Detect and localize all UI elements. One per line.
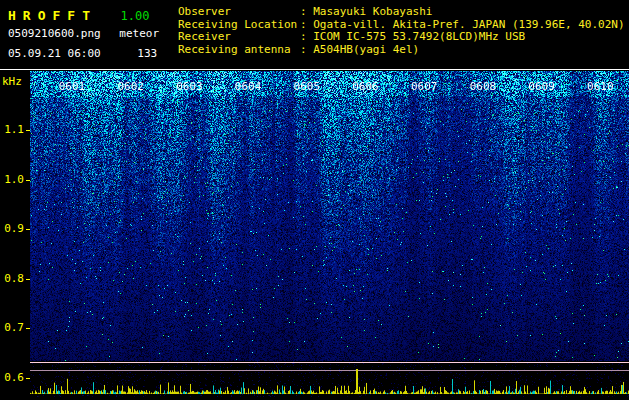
x-tick-label: 0606 (352, 80, 379, 93)
x-tick-label: 0609 (528, 80, 555, 93)
info-value: : A504HB(yagi 4el) (300, 43, 419, 56)
x-tick-label: 0601 (59, 80, 86, 93)
x-tick-label: 0610 (587, 80, 614, 93)
header-left: HROFFT 1.00 0509210600.png meteor 05.09.… (8, 5, 159, 60)
info-label: Receiver (178, 31, 300, 44)
station-info: Observer: Masayuki Kobayashi Receiving L… (178, 6, 625, 56)
y-tick-label: 0.8 (0, 272, 24, 285)
x-tick-label: 0608 (470, 80, 497, 93)
y-tick-label: 0.7 (0, 321, 24, 334)
x-tick-label: 0607 (411, 80, 438, 93)
info-value: : Masayuki Kobayashi (300, 5, 432, 18)
spectrogram-plot: 0601060206030604060506060607060806090610 (30, 71, 629, 397)
x-tick-label: 0603 (176, 80, 203, 93)
y-tick-label: 0.6 (0, 371, 24, 384)
y-tick-label: 1.0 (0, 173, 24, 186)
info-label: Observer (178, 6, 300, 19)
output-file-name: 0509210600.png (8, 27, 101, 40)
mode-label: meteor (119, 27, 159, 40)
file-row: 0509210600.png meteor (8, 27, 159, 40)
x-tick-label: 0604 (235, 80, 262, 93)
info-value: : ICOM IC-575 53.7492(8LCD)MHz USB (300, 30, 525, 43)
spectrogram-canvas (30, 71, 629, 397)
time-row: 05.09.21 06:00 133 (8, 47, 159, 60)
observation-datetime: 05.09.21 06:00 (8, 47, 101, 60)
separator-line (0, 69, 629, 70)
x-tick-label: 0602 (117, 80, 144, 93)
y-axis: kHz 1.11.00.90.80.70.6 (0, 71, 30, 397)
y-tick-label: 1.1 (0, 123, 24, 136)
app-title: HROFFT (8, 8, 97, 23)
hrofft-output: HROFFT 1.00 0509210600.png meteor 05.09.… (0, 0, 629, 400)
title-row: HROFFT 1.00 (8, 5, 159, 24)
y-tick-label: 0.9 (0, 222, 24, 235)
echo-count: 133 (137, 47, 157, 60)
x-tick-label: 0605 (294, 80, 321, 93)
info-value: : Ogata-vill. Akita-Pref. JAPAN (139.96E… (300, 18, 625, 31)
info-label: Receiving antenna (178, 44, 300, 57)
y-axis-unit: kHz (2, 75, 22, 88)
info-row-antenna: Receiving antenna: A504HB(yagi 4el) (178, 44, 625, 57)
app-version: 1.00 (121, 9, 150, 23)
